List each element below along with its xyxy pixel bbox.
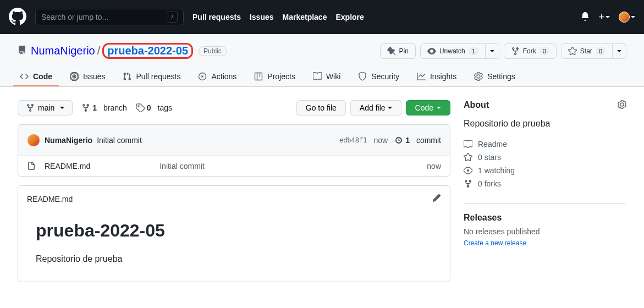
divider (464, 204, 626, 204)
main-content: main 1 branch 0 tags Go to file Add file… (0, 87, 644, 295)
edit-icon[interactable] (432, 194, 441, 204)
readme-box: README.md prueba-2022-05 Repositorio de … (18, 185, 450, 282)
releases-none: No releases published (464, 227, 626, 236)
pin-button[interactable]: Pin (380, 43, 416, 59)
file-navigation: main 1 branch 0 tags Go to file Add file… (18, 100, 450, 116)
search-input[interactable]: Search or jump to... / (35, 9, 184, 25)
readme-header: README.md (18, 186, 450, 212)
file-nav-actions: Go to file Add file Code (296, 100, 450, 116)
global-nav: Pull requests Issues Marketplace Explore (192, 13, 364, 21)
repo-title-row: NumaNigerio / prueba-2022-05 Public Pin … (0, 43, 644, 68)
about-heading: About (464, 100, 489, 110)
meta-watching[interactable]: 1 watching (464, 164, 626, 177)
repo-header: NumaNigerio / prueba-2022-05 Public Pin … (0, 34, 644, 87)
releases-section: Releases No releases published Create a … (464, 213, 626, 247)
sidebar: About Repositorio de prueba Readme 0 sta… (464, 100, 626, 282)
commit-time: now (374, 136, 388, 145)
add-file-button[interactable]: Add file (350, 100, 401, 116)
readme-description: Repositorio de prueba (36, 254, 432, 264)
commit-sha[interactable]: edb48f1 (339, 136, 367, 144)
tab-actions[interactable]: Actions (191, 68, 243, 86)
repo-tabs: Code Issues Pull requests Actions Projec… (0, 68, 644, 86)
commit-author[interactable]: NumaNigerio (45, 136, 92, 145)
unwatch-dropdown[interactable] (486, 43, 499, 59)
svg-rect-2 (255, 73, 262, 80)
file-list-box: NumaNigerio Initial commit edb48f1 now 1… (18, 124, 450, 177)
owner-link[interactable]: NumaNigerio (31, 45, 95, 57)
commit-avatar (27, 134, 40, 147)
code-button[interactable]: Code (406, 100, 450, 116)
branch-selector[interactable]: main (18, 100, 73, 116)
readme-body: prueba-2022-05 Repositorio de prueba (18, 212, 450, 282)
repo-actions: Pin Unwatch1 Fork0 Star0 (380, 43, 626, 59)
create-release-link[interactable]: Create a new release (464, 239, 526, 247)
file-commit-message[interactable]: Initial commit (159, 162, 205, 170)
goto-file-button[interactable]: Go to file (296, 100, 346, 116)
about-description: Repositorio de prueba (464, 119, 626, 129)
tab-issues[interactable]: Issues (63, 68, 112, 86)
file-row[interactable]: README.md Initial commit now (18, 156, 450, 176)
repo-name-highlight: prueba-2022-05 (102, 43, 193, 59)
meta-forks[interactable]: 0 forks (464, 177, 626, 190)
breadcrumb-separator: / (97, 45, 101, 57)
repo-icon (18, 46, 26, 56)
add-menu[interactable]: + (598, 12, 610, 23)
nav-explore[interactable]: Explore (335, 13, 364, 21)
nav-pull-requests[interactable]: Pull requests (192, 13, 241, 21)
global-header: Search or jump to... / Pull requests Iss… (0, 0, 644, 34)
meta-stars[interactable]: 0 stars (464, 151, 626, 164)
bell-icon[interactable] (581, 12, 590, 23)
search-placeholder: Search or jump to... (41, 13, 108, 21)
about-meta: Readme 0 stars 1 watching 0 forks (464, 138, 626, 190)
tab-wiki[interactable]: Wiki (306, 68, 347, 86)
commit-message[interactable]: Initial commit (97, 136, 142, 145)
left-column: main 1 branch 0 tags Go to file Add file… (18, 100, 450, 282)
tab-projects[interactable]: Projects (247, 68, 302, 86)
svg-point-0 (73, 75, 75, 78)
nav-marketplace[interactable]: Marketplace (283, 13, 327, 21)
unwatch-button[interactable]: Unwatch1 (420, 43, 486, 59)
breadcrumb: NumaNigerio / prueba-2022-05 (31, 43, 193, 59)
settings-icon[interactable] (618, 100, 626, 111)
github-logo[interactable] (9, 8, 26, 27)
commit-meta: edb48f1 now 1 commit (339, 136, 441, 145)
readme-filename[interactable]: README.md (27, 195, 73, 204)
svg-point-5 (467, 169, 469, 172)
star-group: Star0 (561, 43, 626, 59)
tab-code[interactable]: Code (13, 68, 59, 86)
branches-link[interactable]: 1 branch (81, 103, 127, 112)
tab-security[interactable]: Security (351, 68, 406, 86)
tags-link[interactable]: 0 tags (136, 103, 172, 112)
readme-title: prueba-2022-05 (36, 221, 432, 245)
search-hotkey: / (167, 12, 178, 23)
file-icon (27, 162, 36, 170)
fork-button[interactable]: Fork0 (504, 43, 557, 59)
about-section: About Repositorio de prueba Readme 0 sta… (464, 100, 626, 190)
header-right: + (581, 12, 635, 23)
tab-settings[interactable]: Settings (467, 68, 522, 86)
avatar (619, 12, 630, 23)
commit-header: NumaNigerio Initial commit edb48f1 now 1… (18, 125, 450, 156)
meta-readme[interactable]: Readme (464, 138, 626, 151)
tab-pull-requests[interactable]: Pull requests (116, 68, 187, 86)
visibility-badge: Public (199, 46, 227, 56)
star-dropdown[interactable] (613, 43, 626, 59)
file-time: now (427, 162, 441, 170)
watch-group: Unwatch1 (420, 43, 499, 59)
user-menu[interactable] (619, 12, 635, 23)
nav-issues[interactable]: Issues (250, 13, 274, 21)
releases-heading: Releases (464, 213, 626, 223)
repo-link[interactable]: prueba-2022-05 (107, 45, 188, 57)
commits-link[interactable]: 1 commit (394, 136, 441, 145)
tab-insights[interactable]: Insights (410, 68, 463, 86)
file-name[interactable]: README.md (45, 162, 90, 170)
star-button[interactable]: Star0 (561, 43, 613, 59)
